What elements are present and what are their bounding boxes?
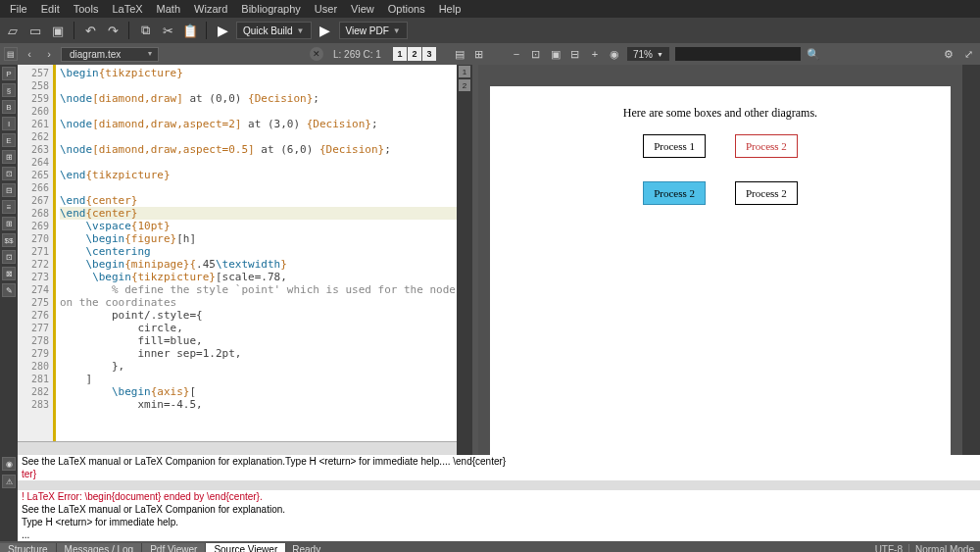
code-editor[interactable]: 257 258 259 260 261 262 263 264 265 266 … (18, 65, 457, 455)
pdf-page: Here are some boxes and other diagrams. … (490, 86, 951, 455)
left-tool-12[interactable]: ⊠ (2, 267, 16, 280)
search-icon[interactable]: 🔍 (806, 46, 821, 62)
left-toolbar: P§BIE⊞⊡⊟≡⊞$$⊡⊠✎ (0, 65, 18, 455)
left-tool-13[interactable]: ✎ (2, 283, 16, 297)
cut-icon[interactable]: ✂ (159, 22, 176, 39)
paste-icon[interactable]: 📋 (181, 22, 199, 39)
left-tool-9[interactable]: ⊞ (2, 217, 16, 230)
panel-toggle-icon[interactable]: ▤ (4, 47, 18, 61)
zoom-fit-icon[interactable]: ⊡ (528, 46, 544, 62)
preview-page-strip: 1 2 (457, 65, 472, 455)
menu-help[interactable]: Help (433, 2, 467, 16)
new-file-icon[interactable]: ▱ (4, 22, 22, 39)
menu-math[interactable]: Math (151, 2, 186, 16)
zoom-actual-icon[interactable]: ▣ (548, 46, 564, 62)
zoom-width-icon[interactable]: ⊟ (567, 46, 583, 62)
nav-back-icon[interactable]: ‹ (22, 46, 37, 62)
menu-options[interactable]: Options (382, 2, 431, 16)
zoom-combo[interactable]: 71% ▼ (626, 46, 670, 62)
open-file-icon[interactable]: ▭ (26, 22, 44, 39)
process-box: Process 1 (643, 134, 706, 158)
nav-forward-icon[interactable]: › (41, 46, 57, 62)
tab-structure[interactable]: Structure (0, 543, 57, 552)
menu-view[interactable]: View (345, 2, 380, 16)
chevron-down-icon: ▾ (148, 49, 152, 58)
editor-scrollbar[interactable] (18, 441, 457, 455)
left-tool-7[interactable]: ⊟ (2, 183, 16, 197)
left-tool-2[interactable]: B (2, 100, 16, 114)
status-mode: Normal Mode (909, 544, 980, 552)
copy-icon[interactable]: ⧉ (136, 22, 154, 39)
page-2-button[interactable]: 2 (408, 47, 421, 61)
process-box: Process 2 (643, 181, 706, 205)
warning-icon[interactable]: ⚠ (2, 475, 16, 488)
mini-page-2[interactable]: 2 (459, 79, 470, 91)
redo-icon[interactable]: ↷ (104, 22, 122, 39)
left-tool-0[interactable]: P (2, 67, 16, 80)
layout-icon[interactable]: ▤ (452, 46, 467, 62)
menu-user[interactable]: User (309, 2, 343, 16)
box-row-1: Process 1 Process 2 (519, 134, 921, 158)
file-tab-label: diagram.tex (70, 49, 121, 60)
page-3-button[interactable]: 3 (422, 47, 436, 61)
status-ready: Ready (286, 544, 326, 552)
eye-icon[interactable]: ◉ (2, 457, 16, 471)
code-content[interactable]: \begin{tikzpicture} \node[diamond,draw] … (56, 65, 457, 455)
main-area: P§BIE⊞⊡⊟≡⊞$$⊡⊠✎ 257 258 259 260 261 262 … (0, 65, 980, 455)
left-tool-8[interactable]: ≡ (2, 200, 16, 214)
settings-icon[interactable]: ⚙ (941, 46, 956, 62)
pdf-search-input[interactable] (674, 46, 802, 62)
cursor-position: L: 269 C: 1 (333, 49, 381, 60)
grid-icon[interactable]: ⊞ (471, 46, 487, 62)
mini-page-1[interactable]: 1 (459, 66, 470, 77)
view-combo[interactable]: View PDF ▼ (339, 22, 408, 39)
view-combo-label: View PDF (346, 25, 389, 36)
left-tool-10[interactable]: $$ (2, 233, 16, 247)
left-tool-4[interactable]: E (2, 133, 16, 147)
log-line: ... (18, 528, 980, 541)
menu-wizard[interactable]: Wizard (188, 2, 233, 16)
undo-icon[interactable]: ↶ (81, 22, 99, 39)
left-tool-11[interactable]: ⊡ (2, 250, 16, 264)
left-tool-1[interactable]: § (2, 83, 16, 97)
log-scrollbar[interactable] (18, 480, 980, 490)
zoom-value: 71% (633, 49, 653, 60)
build-combo[interactable]: Quick Build ▼ (236, 22, 312, 39)
menu-tools[interactable]: Tools (68, 2, 105, 16)
run-icon[interactable]: ▶ (214, 22, 231, 39)
view-run-icon[interactable]: ▶ (317, 22, 334, 39)
page-1-button[interactable]: 1 (393, 47, 407, 61)
left-tool-5[interactable]: ⊞ (2, 150, 16, 164)
close-icon[interactable]: ✕ (310, 47, 323, 61)
tab-pdf-viewer[interactable]: Pdf Viewer (142, 543, 206, 552)
tab-messages[interactable]: Messages / Log (57, 543, 143, 552)
file-tab[interactable]: diagram.tex ▾ (61, 47, 159, 62)
left-tool-6[interactable]: ⊡ (2, 167, 16, 180)
box-row-2: Process 2 Process 2 (519, 181, 921, 205)
expand-icon[interactable]: ⤢ (960, 46, 976, 62)
main-toolbar: ▱ ▭ ▣ ↶ ↷ ⧉ ✂ 📋 ▶ Quick Build ▼ ▶ View P… (0, 18, 980, 43)
build-combo-label: Quick Build (243, 25, 293, 36)
chevron-down-icon: ▼ (393, 26, 401, 35)
save-icon[interactable]: ▣ (49, 22, 67, 39)
menu-file[interactable]: File (4, 2, 33, 16)
log-line: See the LaTeX manual or LaTeX Companion … (18, 503, 980, 516)
menu-bibliography[interactable]: Bibliography (235, 2, 307, 16)
line-gutter: 257 258 259 260 261 262 263 264 265 266 … (18, 65, 53, 455)
process-box: Process 2 (735, 181, 798, 205)
right-toolbar (962, 65, 980, 455)
pdf-viewport[interactable]: Here are some boxes and other diagrams. … (478, 65, 962, 455)
zoom-out-icon[interactable]: − (509, 46, 524, 62)
page-buttons: 1 2 3 (393, 47, 436, 61)
menu-edit[interactable]: Edit (35, 2, 66, 16)
tab-source-viewer[interactable]: Source Viewer (206, 543, 286, 552)
chevron-down-icon: ▼ (657, 51, 663, 58)
process-box: Process 2 (735, 134, 798, 158)
eye-icon[interactable]: ◉ (607, 46, 622, 62)
bottom-tab-bar: Structure Messages / Log Pdf Viewer Sour… (0, 541, 980, 552)
log-output[interactable]: See the LaTeX manual or LaTeX Companion … (18, 455, 980, 541)
left-tool-3[interactable]: I (2, 117, 16, 130)
page-caption: Here are some boxes and other diagrams. (519, 106, 921, 121)
menu-latex[interactable]: LaTeX (106, 2, 148, 16)
zoom-in-icon[interactable]: + (587, 46, 603, 62)
